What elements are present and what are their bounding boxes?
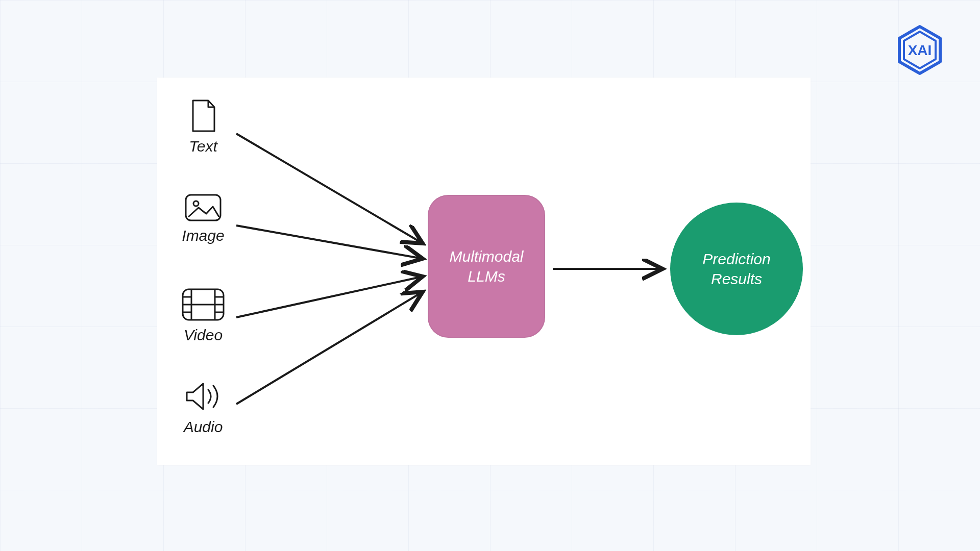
center-line2: LLMs [468, 268, 505, 285]
arrow-video-to-center [236, 277, 423, 317]
arrow-text-to-center [236, 134, 423, 243]
output-line1: Prediction [702, 251, 770, 267]
arrow-image-to-center [236, 226, 423, 259]
multimodal-llms-box: Multimodal LLMs [428, 195, 545, 338]
output-line2: Results [711, 270, 762, 287]
input-image: Image [173, 192, 234, 244]
center-line1: Multimodal [449, 248, 523, 265]
input-video-label: Video [173, 327, 234, 344]
xai-logo: XAI [894, 24, 945, 76]
prediction-results-circle: Prediction Results [670, 203, 803, 335]
input-audio: Audio [173, 379, 234, 436]
svg-rect-3 [186, 195, 220, 220]
video-icon [180, 287, 226, 322]
svg-point-4 [193, 201, 199, 206]
arrow-audio-to-center [236, 292, 423, 404]
input-image-label: Image [173, 227, 234, 244]
input-text-label: Text [173, 138, 234, 155]
svg-text:XAI: XAI [908, 42, 932, 58]
input-audio-label: Audio [173, 418, 234, 436]
audio-icon [182, 379, 225, 414]
diagram-canvas: Text Image Video Audio [157, 78, 811, 465]
document-icon [188, 98, 218, 134]
input-text: Text [173, 98, 234, 155]
image-icon [183, 192, 223, 223]
input-video: Video [173, 287, 234, 344]
